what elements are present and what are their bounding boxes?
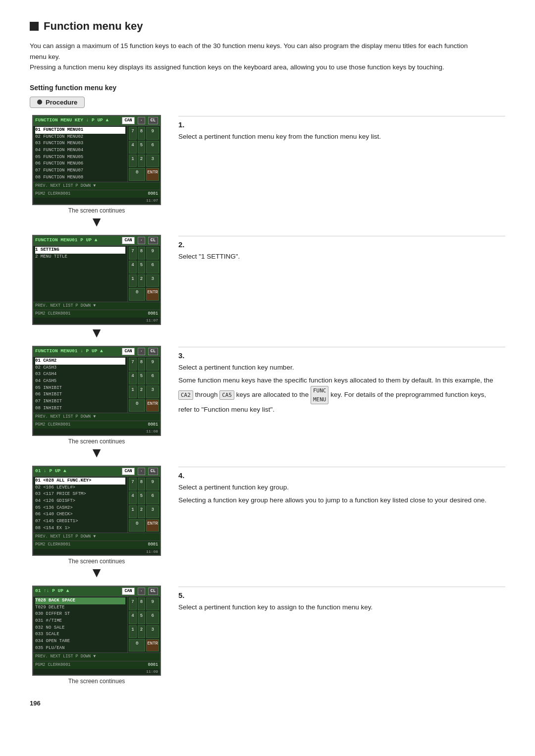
pos-screen-3: FUNCTION MENU01 ↓ P UP ▲ CAN · CL 01 CAS… (32, 346, 161, 436)
screen2-list: 1 SETTING 2 MENU TITLE (33, 246, 127, 302)
title-text: Function menu key (44, 20, 143, 33)
screen-4-col: 01 ↓ P UP ▲ CAN · CL 01 <028 ALL FUNC.KE… (30, 466, 163, 581)
screen2-header: FUNCTION MENU01 P UP ▲ CAN · CL (33, 236, 160, 246)
intro-p1: You can assign a maximum of 15 function … (30, 41, 485, 62)
key-func-menu: FUNCMENU (311, 386, 329, 404)
screen3-row6: 07 INHIBIT (35, 398, 125, 405)
section-title: Function menu key (30, 20, 505, 33)
pos-screen-4: 01 ↓ P UP ▲ CAN · CL 01 <028 ALL FUNC.KE… (32, 466, 161, 556)
procedure-label: Procedure (46, 99, 77, 106)
screen1-continues: The screen continues (68, 207, 125, 214)
screen3-numpad: 7 8 9 4 5 6 1 2 3 0 ENTR (127, 357, 160, 413)
page-container: Function menu key You can assign a maxim… (30, 20, 505, 707)
screen2-row5 (35, 280, 125, 287)
screen2-body: 1 SETTING 2 MENU TITLE 7 8 (33, 246, 160, 302)
step-3-row: FUNCTION MENU01 ↓ P UP ▲ CAN · CL 01 CAS… (30, 346, 505, 461)
screen3-continues: The screen continues (68, 438, 125, 445)
screen1-list: 01 FUNCTION MENU01 02 FUNCTION MENU02 03… (33, 126, 127, 182)
screen5-row1: T029 DELETE (35, 604, 125, 611)
screen4-continues: The screen continues (68, 558, 125, 565)
step4-sub: Selecting a function key group here allo… (178, 495, 495, 506)
screen2-time: 11:07 (33, 318, 160, 324)
screen2-title: FUNCTION MENU01 P UP ▲ (35, 237, 97, 243)
screen4-time: 11:08 (33, 549, 160, 555)
step3-sub: Some function menu keys have the specifi… (178, 375, 495, 415)
screen1-row3: 04 FUNCTION MENU04 (35, 147, 125, 154)
screen3-footer: PREV. NEXT LIST P DOWN ▼ (33, 413, 160, 421)
screen5-time: 11:09 (33, 669, 160, 675)
arrow3: ▼ (90, 446, 104, 460)
step5-number: 5. (178, 591, 505, 599)
screen3-list: 01 CASH2 02 CASH3 03 CASH4 04 CASH5 05 I… (33, 357, 127, 413)
screen1-footer2: PGM2 CLERK0001 0001 (33, 190, 160, 198)
pos-screen-1: FUNCTION MENU KEY ↓ P UP ▲ CAN · CL 01 F… (32, 115, 161, 205)
screen3-btns: CAN · CL (122, 348, 158, 355)
step-5-row: 01 ↑↓ P UP ▲ CAN · CL T028 BACK SPACE T0… (30, 586, 505, 685)
screen1-can-btn: CAN (122, 117, 134, 124)
screen2-row3 (35, 267, 125, 274)
screen5-continues: The screen continues (68, 678, 125, 685)
numpad-9: 9 (146, 127, 159, 140)
pos-screen-5: 01 ↑↓ P UP ▲ CAN · CL T028 BACK SPACE T0… (32, 586, 161, 676)
step-5-instruction: 5. Select a pertinent function key to as… (178, 586, 505, 615)
intro-block: You can assign a maximum of 15 function … (30, 41, 485, 73)
procedure-badge: Procedure (30, 97, 85, 108)
screen1-btns: CAN · CL (122, 117, 158, 124)
screen3-row0: 01 CASH2 (35, 358, 125, 365)
screen5-row6: 034 OPEN TARE (35, 638, 125, 645)
screen4-body: 01 <028 ALL FUNC.KEY> 02 <106 LEVEL#> 03… (33, 477, 160, 533)
screen3-time: 11:08 (33, 429, 160, 434)
screen2-cl: CL (148, 237, 158, 244)
screen1-numpad: 7 8 9 4 5 6 1 2 3 0 ENTR (127, 126, 160, 182)
step3-text: Select a pertinent function key number. … (178, 362, 495, 415)
screen2-row0: 1 SETTING (35, 247, 125, 254)
screen4-row1: 02 <106 LEVEL#> (35, 485, 125, 491)
screen-3-col: FUNCTION MENU01 ↓ P UP ▲ CAN · CL 01 CAS… (30, 346, 163, 461)
screen1-footer-nav: PREV. NEXT LIST P DOWN ▼ (35, 183, 96, 189)
step1-number: 1. (178, 120, 505, 129)
subsection-title: Setting function menu key (30, 84, 505, 92)
screen3-body: 01 CASH2 02 CASH3 03 CASH4 04 CASH5 05 I… (33, 357, 160, 413)
screen5-numpad: 7 8 9 4 5 6 1 2 3 0 ENTR (127, 596, 160, 653)
screen1-row6: 07 FUNCTION MENU07 (35, 167, 125, 174)
screen1-row7: 08 FUNCTION MENU08 (35, 174, 125, 181)
screen5-footer: PREV. NEXT LIST P DOWN ▼ (33, 652, 160, 660)
numpad-5: 5 (138, 141, 146, 154)
step-3-instruction: 3. Select a pertinent function key numbe… (178, 346, 505, 418)
screen1-header: FUNCTION MENU KEY ↓ P UP ▲ CAN · CL (33, 116, 160, 126)
numpad-6: 6 (146, 141, 159, 154)
screen-1-col: FUNCTION MENU KEY ↓ P UP ▲ CAN · CL 01 F… (30, 115, 163, 230)
numpad-1: 1 (129, 155, 137, 167)
screen2-btns: CAN · CL (122, 237, 158, 244)
page-number: 196 (30, 700, 505, 707)
screen2-numpad: 7 8 9 4 5 6 1 2 3 0 ENTR (127, 246, 160, 302)
screen4-title: 01 ↓ P UP ▲ (35, 468, 66, 474)
step-1-instruction: 1. Select a pertinent function menu key … (178, 115, 505, 145)
screen-2-col: FUNCTION MENU01 P UP ▲ CAN · CL 1 SETTIN… (30, 235, 163, 341)
key-ca5: CA5 (219, 390, 234, 400)
screen5-row4: 032 NO SALE (35, 625, 125, 632)
arrow2: ▼ (90, 326, 104, 340)
screen5-row2: 030 DIFFER ST (35, 611, 125, 618)
step4-main: Select a pertinent function key group. (178, 482, 495, 493)
screen3-row4: 05 INHIBIT (35, 385, 125, 392)
screen4-btns: CAN · CL (122, 468, 158, 475)
numpad-3: 3 (146, 155, 159, 167)
step2-text: Select "1 SETTING". (178, 251, 495, 262)
screen3-footer2: PGM2 CLERK0001 0001 (33, 421, 160, 429)
screen2-row2 (35, 260, 125, 267)
screen4-footer2: PGM2 CLERK0001 0001 (33, 540, 160, 548)
screen5-footer2: PGM2 CLERK0001 0001 (33, 661, 160, 669)
screen2-footer2: PGM2 CLERK0001 0001 (33, 310, 160, 318)
screen3-row5: 06 INHIBIT (35, 391, 125, 398)
screen5-body: T028 BACK SPACE T029 DELETE 030 DIFFER S… (33, 596, 160, 653)
numpad-0: 0 (129, 168, 145, 181)
screen1-cl-btn: CL (148, 117, 158, 124)
step5-main: Select a pertinent function key to assig… (178, 602, 495, 613)
screen5-row5: 033 SCALE (35, 631, 125, 638)
screen4-row2: 03 <117 PRICE SFTM> (35, 491, 125, 498)
screen1-title: FUNCTION MENU KEY ↓ P UP ▲ (35, 117, 108, 123)
screen3-header: FUNCTION MENU01 ↓ P UP ▲ CAN · CL (33, 347, 160, 357)
arrow4: ▼ (90, 566, 104, 580)
screen4-row6: 07 <145 CREDIT1> (35, 518, 125, 525)
